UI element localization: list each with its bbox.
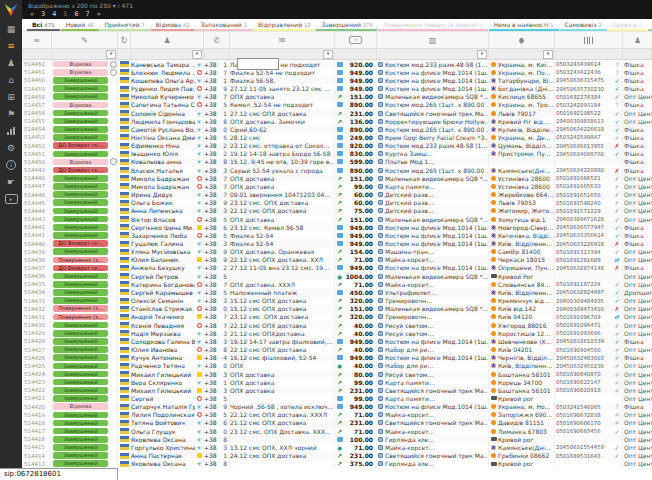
ttn-cell[interactable]: 0501691093696 [555,329,612,337]
product-column[interactable]: ▥ [377,32,489,48]
table-row[interactable]: 514418 Завершений Тетяна Войтович ✳ +38 … [22,419,652,427]
table-row[interactable]: 514426 Завершений Кучук Антонина +38 4 1… [22,354,652,362]
status-tab[interactable]: Відмова42 [151,19,195,31]
table-row[interactable]: 514443 Завершений Віктор Власов +38 5 ОП… [22,215,652,223]
table-row[interactable]: 514458 Завершений Николай Кучеренко ✳ +3… [22,93,652,101]
page-number[interactable]: 7 [86,10,90,18]
table-row[interactable]: 514433 Завершений Олексій Семанін ✳ +38 … [22,297,652,305]
ttn-cell[interactable]: 0503242893184 [555,101,612,109]
ttn-cell[interactable]: 20450632450236 [555,362,612,370]
refresh-column[interactable]: ↻ [118,32,131,48]
ttn-column[interactable] [555,32,623,48]
ttn-cell[interactable]: 20450632874148 [555,264,612,272]
ttn-cell[interactable]: 0501691096709 [555,313,612,321]
table-row[interactable]: 514447 Завершений Микола Бадражан +38 7 … [22,182,652,190]
ttn-cell[interactable]: 0501691094471 [555,321,612,329]
ttn-cell[interactable]: 0501691665630 [555,182,612,190]
ttn-cell[interactable]: 20450632483003 [555,354,612,362]
payment-column[interactable]: ¤ [335,32,377,48]
ttn-cell[interactable] [555,272,612,280]
table-row[interactable]: 514434 Завершений Сергей Карамышев ✳ +38… [22,288,652,296]
info-icon[interactable]: i [0,156,22,173]
ttn-cell[interactable]: 0501691281689 [555,256,612,264]
table-row[interactable]: 514414 Завершений Анна Пастернак +38 1 2… [22,452,652,460]
ttn-cell[interactable]: 0501690840870 [555,370,612,378]
status-tab[interactable]: Сервіси0 [608,19,647,31]
table-row[interactable]: 514442 Завершений Сергієнко Ірина Ми… +3… [22,223,652,231]
ttn-cell[interactable]: 20400309484935 [555,297,612,305]
table-row[interactable]: 514431 Повернення (з… Андрій Ткаченко +3… [22,313,652,321]
ttn-cell[interactable]: 0501690822147 [555,378,612,386]
ttn-cell[interactable]: 20400309671628 [555,215,612,223]
dashboard-icon[interactable]: ▦ [0,20,22,37]
status-column[interactable]: ✎ [52,32,118,48]
customer-column[interactable]: ♟ [131,32,204,48]
ttn-cell[interactable]: 0503243422436 [555,68,612,76]
table-row[interactable]: 514457 Відмова Сапегина Татьяна С… +38 5… [22,101,652,109]
table-row[interactable]: 514448 Завершений Микола Бадражан +38 7 … [22,174,652,182]
table-row[interactable]: 514421 Завершений Сергей +38 5 99.00 Кар… [22,394,652,402]
status-tab[interactable]: Запакований1 [195,19,252,31]
settings-icon[interactable]: ⚙ [0,139,22,156]
ttn-cell[interactable]: 20450636715475 [555,76,612,84]
filter-dropdown-icon[interactable]: ▼ [192,50,202,59]
ttn-cell[interactable]: 0503242599847 [555,133,612,141]
ttn-cell[interactable]: 0501691598240 [555,199,612,207]
page-number[interactable]: 3 [41,10,45,18]
company-icon[interactable]: ⌂ [0,71,22,88]
ttn-cell[interactable]: 20450635730230 [555,84,612,92]
ttn-cell[interactable]: 0501690904500 [555,345,612,353]
video-tutorials-icon[interactable]: ▸ [0,190,22,207]
ttn-cell[interactable] [555,394,612,402]
page-number[interactable]: 4 [52,10,56,18]
ttn-cell[interactable]: 20450634220880 [555,166,612,174]
status-tab[interactable]: Новий48 [61,19,99,31]
table-row[interactable]: 514453 Завершений Нікітіна Оксана Дми… ✳… [22,133,652,141]
manager-column[interactable]: ♟ [623,32,652,48]
ttn-cell[interactable]: 0501691666521 [555,174,612,182]
ttn-cell[interactable]: 20450633356614 [555,231,612,239]
status-tab[interactable]: В дорозі додому0 [648,19,652,31]
ttn-cell[interactable] [555,435,612,443]
page-number[interactable]: 6 [74,10,78,18]
ttn-cell[interactable]: 0501691187224 [555,280,612,288]
ttn-cell[interactable] [555,158,612,166]
orders-icon[interactable]: ≡ [0,37,22,54]
status-tab[interactable]: Прийнятий7 [100,19,150,31]
table-row[interactable]: 514430 Завершений Ксенія Левадняя +38 7 … [22,321,652,329]
ttn-cell[interactable]: 20450632824487 [555,288,612,296]
table-row[interactable]: 514423 Завершений Вера Скляренко ✳ +38 1… [22,378,652,386]
records-range[interactable]: Відображено з 200 по 250 ▾ / 471 [28,2,652,9]
ttn-cell[interactable]: 20450631554459 [555,443,612,451]
ttn-cell[interactable]: 0501689531643 [555,452,612,460]
ttn-cell[interactable]: 0501692108522 [555,109,612,117]
table-row[interactable]: 514437 ДО Возврат ск… Анжела Безушку ✳ +… [22,264,652,272]
page-number[interactable]: 5 [63,10,67,18]
table-row[interactable]: 514428 Завершений Солодкова Галина В… ✳ … [22,337,652,345]
table-row[interactable]: 514416 Завершений Яковлева Оксана ✳ +38 … [22,435,652,443]
ttn-cell[interactable]: 0501690820918 [555,386,612,394]
page-first[interactable]: « [30,10,34,18]
ttn-cell[interactable]: 20400309838613 [555,117,612,125]
table-row[interactable]: 514441 Завершений Захарченко Люба +38 5 … [22,231,652,239]
ttn-cell[interactable]: 20450634098760 [555,150,612,158]
ttn-cell[interactable]: 0501690666170 [555,419,612,427]
table-row[interactable]: 514440 ДО Возврат ск… Гуцалюк Галина ✳ +… [22,239,652,247]
table-row[interactable]: 514459 Завершений Руденко Лидия Пав… +38… [22,84,652,92]
ttn-cell[interactable]: 20450636577947 [555,223,612,231]
ttn-cell[interactable]: 20400309473416 [555,305,612,313]
id-column[interactable]: ≡ [22,32,52,48]
ttn-cell[interactable]: 20450632610339 [555,337,612,345]
table-row[interactable]: 514444 Завершений Анна Липенська ✳ +38 3… [22,207,652,215]
table-row[interactable]: 514415 Завершений Горгулько Христина… ✳ … [22,443,652,451]
status-tab[interactable]: Завершений278 [316,19,377,31]
cell-edit-input[interactable] [237,58,279,70]
comment-column[interactable]: ✉ [230,32,335,48]
table-row[interactable]: 514429 Завершений Надія Мерзаєва ✳ +38 3… [22,329,652,337]
table-row[interactable]: 514435 Завершений Катерина Богданова +38… [22,280,652,288]
region-column[interactable] [489,32,555,48]
ttn-cell[interactable]: 0501691313394 [555,248,612,256]
campaigns-icon[interactable]: ⚑ [0,105,22,122]
status-tab[interactable]: Відправлений12 [253,19,316,31]
table-row[interactable]: 514456 Завершений Соломія Сідоніна ✳ +38… [22,109,652,117]
